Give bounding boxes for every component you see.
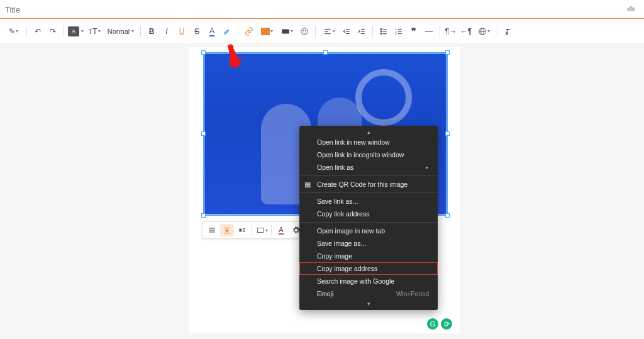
qr-icon: ▦ (304, 181, 311, 189)
clear-format-button[interactable] (501, 24, 515, 39)
outdent-button[interactable] (340, 24, 353, 39)
strikethrough-button[interactable]: S (190, 24, 204, 39)
image-toolbar: ▾ A (202, 221, 306, 239)
ctx-search-google[interactable]: Search image with Google (299, 275, 438, 287)
heading-style-button[interactable]: A (68, 26, 79, 36)
svg-point-3 (305, 30, 306, 31)
align-button[interactable]: ▾ (319, 24, 338, 39)
svg-rect-32 (226, 230, 229, 232)
font-size-button[interactable]: ᴛT▾ (85, 24, 104, 39)
svg-point-13 (380, 28, 382, 30)
rtl-button[interactable]: ←¶ (459, 24, 473, 39)
grammar-fab-1[interactable]: G (427, 318, 438, 330)
bullet-list-button[interactable] (377, 24, 391, 39)
link-button[interactable] (242, 24, 256, 39)
svg-rect-38 (257, 228, 263, 233)
svg-point-14 (380, 31, 382, 32)
ctx-open-as[interactable]: Open link as▸ (299, 161, 438, 174)
main-toolbar: ✎▾ ↶ ↷ A▾ ᴛT▾ Normal▾ B I U S A ▾ ▾ ▾ 12… (0, 19, 644, 44)
caption-color-button[interactable]: A (274, 224, 288, 236)
highlight-button[interactable] (220, 24, 234, 39)
wrap-inline-button[interactable] (205, 224, 219, 236)
ctx-save-img[interactable]: Save image as... (299, 237, 438, 250)
title-bar (0, 0, 644, 19)
ctx-copy-img[interactable]: Copy image (299, 250, 438, 262)
cloud-saved-icon (626, 3, 635, 16)
ctx-emoji[interactable]: EmojiWin+Period (299, 287, 438, 300)
image-button[interactable]: ▾ (257, 24, 276, 39)
undo-button[interactable]: ↶ (31, 24, 45, 39)
context-scroll-up[interactable]: ▴ (299, 128, 438, 136)
underline-button[interactable]: U (175, 24, 189, 39)
ltr-button[interactable]: ¶→ (444, 24, 458, 39)
context-menu: ▴ Open link in new window Open link in i… (299, 126, 438, 310)
language-button[interactable]: ▾ (474, 24, 493, 39)
grammar-fab-2[interactable]: ⟳ (441, 318, 452, 330)
ctx-copy-link-addr[interactable]: Copy link address (299, 208, 438, 220)
ctx-save-link[interactable]: Save link as... (299, 195, 438, 208)
video-button[interactable]: ▾ (277, 24, 296, 39)
emoji-button[interactable] (297, 24, 311, 39)
ctx-open-incognito[interactable]: Open link in incognito window (299, 148, 438, 161)
title-input[interactable] (5, 5, 626, 14)
italic-button[interactable]: I (160, 24, 174, 39)
svg-rect-34 (239, 229, 242, 232)
ctx-open-new-window[interactable]: Open link in new window (299, 136, 438, 148)
svg-text:3: 3 (395, 32, 397, 35)
wrap-around-button[interactable] (235, 224, 249, 236)
hr-button[interactable]: — (422, 24, 436, 39)
number-list-button[interactable]: 123 (392, 24, 406, 39)
svg-rect-0 (282, 29, 289, 33)
pen-button[interactable]: ✎▾ (4, 24, 23, 39)
wrap-break-button[interactable] (220, 224, 234, 236)
redo-button[interactable]: ↷ (46, 24, 60, 39)
grammar-fab-group: G ⟳ (427, 318, 452, 330)
bold-button[interactable]: B (145, 24, 158, 39)
indent-button[interactable] (355, 24, 369, 39)
svg-point-15 (380, 33, 382, 34)
ctx-open-img-tab[interactable]: Open image in new tab (299, 225, 438, 237)
annotation-arrow (224, 44, 243, 69)
editor-canvas: ▾ A ▴ Open link in new window Open link … (0, 44, 644, 339)
image-size-button[interactable]: ▾ (255, 224, 269, 236)
svg-point-2 (303, 30, 304, 31)
ctx-copy-img-addr[interactable]: Copy image address (299, 262, 438, 275)
quote-button[interactable]: ❞ (407, 24, 421, 39)
context-scroll-down[interactable]: ▾ (299, 300, 438, 308)
svg-point-1 (301, 28, 308, 35)
font-color-button[interactable]: A (205, 24, 219, 39)
ctx-create-qr[interactable]: ▦Create QR Code for this image (299, 178, 438, 191)
paragraph-style-button[interactable]: Normal▾ (105, 24, 136, 39)
